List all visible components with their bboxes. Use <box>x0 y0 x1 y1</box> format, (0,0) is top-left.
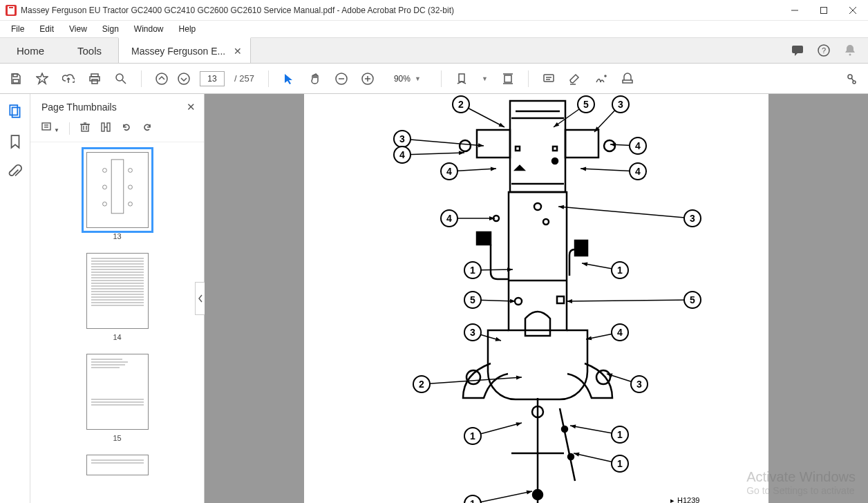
document-view[interactable]: ▸ H1239 2533444443115534231111 <box>205 94 868 503</box>
options-icon[interactable]: ▼ <box>41 122 59 135</box>
page-up-icon[interactable] <box>155 73 168 85</box>
svg-point-57 <box>102 185 106 189</box>
svg-point-11 <box>849 54 851 56</box>
svg-point-21 <box>178 73 189 84</box>
fit-width-icon[interactable] <box>455 73 468 85</box>
svg-line-19 <box>122 80 126 84</box>
hand-icon[interactable] <box>309 73 321 85</box>
svg-text:1: 1 <box>470 430 475 442</box>
thumbnail-page[interactable] <box>86 455 149 475</box>
collapse-panel-button[interactable] <box>195 282 205 315</box>
menu-view[interactable]: View <box>62 23 94 35</box>
help-icon[interactable]: ? <box>817 44 831 57</box>
document-tab[interactable]: Massey Ferguson E... ✕ <box>118 37 251 63</box>
svg-point-80 <box>562 426 567 432</box>
svg-text:4: 4 <box>617 327 623 338</box>
sign-icon[interactable] <box>595 73 607 85</box>
close-tab-icon[interactable]: ✕ <box>232 46 243 57</box>
svg-text:2: 2 <box>419 379 424 390</box>
svg-rect-37 <box>623 80 632 83</box>
svg-line-40 <box>851 78 853 81</box>
maximize-button[interactable] <box>814 3 833 18</box>
minimize-button[interactable] <box>785 3 804 18</box>
svg-point-70 <box>604 140 615 151</box>
document-tab-label: Massey Ferguson E... <box>131 46 225 57</box>
highlight-icon[interactable] <box>569 73 581 85</box>
thumbnails-scroll[interactable]: 13 14 15 <box>30 142 204 503</box>
menu-bar: File Edit View Sign Window Help <box>0 21 868 37</box>
trash-icon[interactable] <box>79 122 91 135</box>
save-icon[interactable] <box>10 73 22 85</box>
svg-text:5: 5 <box>470 294 475 305</box>
rotate-right-icon[interactable] <box>142 122 153 135</box>
menu-window[interactable]: Window <box>127 23 171 35</box>
main-area: Page Thumbnails ✕ ▼ 13 <box>0 94 868 503</box>
stamp-icon[interactable] <box>621 73 634 85</box>
svg-marker-148 <box>495 337 501 341</box>
svg-marker-120 <box>581 167 586 171</box>
menu-edit[interactable]: Edit <box>32 23 61 35</box>
bell-icon[interactable] <box>843 44 857 57</box>
thumbnail-page[interactable] <box>86 253 149 329</box>
print-icon[interactable] <box>88 73 101 85</box>
pointer-icon[interactable] <box>283 73 295 85</box>
thumbnail-item[interactable]: 15 <box>76 354 159 442</box>
svg-rect-12 <box>13 74 17 77</box>
svg-point-55 <box>102 169 106 173</box>
svg-point-36 <box>605 75 606 77</box>
zoom-select[interactable]: 90%▼ <box>388 72 427 86</box>
caret-down-icon[interactable]: ▼ <box>482 75 488 82</box>
bookmark-rail-icon[interactable] <box>8 134 23 149</box>
nav-home[interactable]: Home <box>0 38 61 63</box>
attachment-rail-icon[interactable] <box>8 164 23 180</box>
menu-sign[interactable]: Sign <box>95 23 126 35</box>
svg-rect-2 <box>9 7 13 8</box>
thumbnail-item[interactable]: 13 <box>76 152 159 240</box>
comment-icon[interactable] <box>791 44 804 57</box>
svg-marker-92 <box>499 123 504 127</box>
zoom-in-icon[interactable] <box>361 73 374 85</box>
thumbnail-item[interactable]: 14 <box>76 253 159 341</box>
svg-point-18 <box>116 74 123 81</box>
svg-text:1: 1 <box>470 498 475 503</box>
svg-rect-17 <box>92 79 97 84</box>
thumbnail-label: 15 <box>76 434 159 442</box>
left-rail <box>0 94 30 503</box>
zoom-out-icon[interactable] <box>335 73 348 85</box>
star-icon[interactable] <box>36 73 48 85</box>
svg-rect-4 <box>821 7 827 13</box>
expand-panel-icon[interactable] <box>846 73 858 85</box>
thumbnail-page[interactable] <box>86 152 149 228</box>
scroll-mode-icon[interactable] <box>502 73 514 85</box>
cloud-upload-icon[interactable] <box>62 73 75 85</box>
search-icon[interactable] <box>115 73 127 85</box>
svg-text:4: 4 <box>635 140 641 151</box>
page-down-icon[interactable] <box>178 73 190 85</box>
rotate-left-icon[interactable] <box>121 122 132 135</box>
menu-file[interactable]: File <box>4 23 31 35</box>
close-button[interactable] <box>843 3 862 18</box>
svg-rect-83 <box>557 296 564 303</box>
svg-rect-41 <box>10 105 17 115</box>
svg-point-84 <box>534 203 541 210</box>
svg-marker-164 <box>516 422 522 426</box>
close-thumbnails-icon[interactable]: ✕ <box>187 101 196 113</box>
thumbnails-rail-icon[interactable] <box>8 104 23 119</box>
svg-text:2: 2 <box>458 99 464 110</box>
menu-help[interactable]: Help <box>172 23 203 35</box>
svg-text:4: 4 <box>446 213 452 224</box>
page-number-input[interactable] <box>200 71 225 86</box>
svg-point-81 <box>568 454 574 459</box>
thumbnail-page[interactable] <box>86 354 149 430</box>
svg-line-103 <box>402 139 484 146</box>
svg-text:5: 5 <box>690 294 695 305</box>
svg-text:1: 1 <box>617 429 623 440</box>
organize-icon[interactable] <box>100 122 111 135</box>
caret-down-icon: ▼ <box>415 75 421 82</box>
nav-tools[interactable]: Tools <box>61 38 118 63</box>
thumbnail-item[interactable] <box>76 455 159 475</box>
svg-text:5: 5 <box>583 99 589 110</box>
note-icon[interactable] <box>542 73 555 85</box>
svg-point-20 <box>156 73 167 84</box>
svg-rect-88 <box>553 146 557 151</box>
